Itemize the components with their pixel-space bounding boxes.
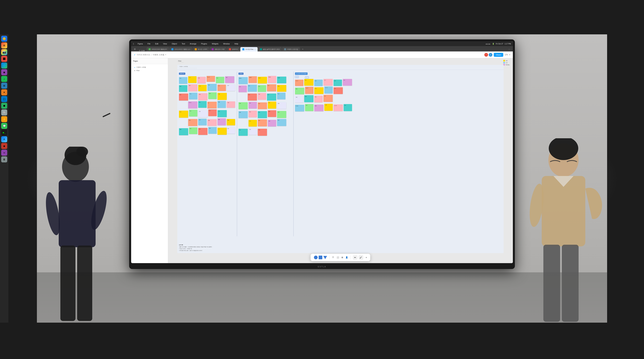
dock-app10[interactable]: ⬢ (1, 103, 7, 109)
sticky-note[interactable]: 분석 (304, 79, 314, 86)
dock-app12[interactable]: ⚡ (1, 116, 7, 122)
sticky-note[interactable]: 모니터 (324, 86, 333, 93)
sticky-note[interactable]: 패턴 (189, 127, 198, 134)
menu-figma[interactable]: Figma (137, 42, 144, 45)
tab-7[interactable]: 팔림 솔루전 클래우 2023 (258, 47, 282, 51)
sticky-note[interactable]: 변화 (277, 119, 286, 126)
sticky-note[interactable]: 데이터 (188, 101, 198, 108)
pen-tool-1[interactable]: ✏ (353, 255, 358, 260)
sticky-note[interactable]: 영향 (268, 120, 276, 127)
sticky-note[interactable]: 평가 (267, 93, 276, 101)
sticky-note[interactable]: 실행 (238, 111, 248, 118)
breadcrumb-root[interactable]: 다이사 파트너스 (137, 53, 150, 56)
sticky-note[interactable]: 검토 (258, 93, 266, 100)
sticky-note[interactable]: 내용 (198, 77, 206, 83)
sticky-note[interactable]: 절차 (227, 127, 235, 134)
dock-app8[interactable]: ✦ (1, 89, 7, 95)
sticky-note[interactable]: 부류 (198, 110, 208, 117)
sticky-note[interactable]: 보고 (324, 79, 333, 86)
tab-5[interactable]: 당화하인 (227, 47, 240, 51)
text-tool[interactable]: ·T· (332, 256, 334, 259)
pen-tool-2[interactable]: 🖊 (358, 255, 363, 260)
sticky-note[interactable]: 공유 (305, 104, 314, 111)
sticky-note[interactable]: 보완 (248, 128, 257, 135)
sticky-note[interactable]: 결과 (314, 80, 323, 86)
sticky-note[interactable]: 승인 (343, 79, 352, 86)
main-canvas-frame[interactable]: 이벤트 스트래밍 • • • • • • • • • • • • • • • 현… (177, 65, 504, 253)
breadcrumb-dropdown-icon[interactable]: ▾ (165, 54, 166, 55)
circle-tool[interactable] (314, 256, 318, 259)
dock-safari[interactable]: 🌐 (1, 62, 7, 68)
sticky-note[interactable]: 내용 (198, 85, 206, 91)
tab-close-icon[interactable]: ✕ (254, 49, 256, 50)
dock-appstore[interactable]: A (1, 136, 7, 142)
dock-app5[interactable]: ◉ (1, 69, 7, 75)
sticky-note[interactable]: 효과 (258, 119, 267, 126)
sticky-note[interactable]: 순서 (218, 128, 227, 135)
user-tool[interactable]: 👤 (346, 256, 348, 259)
sticky-note[interactable]: 요약 (218, 85, 226, 91)
dock-app11[interactable]: 🐘 (1, 109, 7, 115)
sticky-note[interactable]: 항목B (248, 76, 257, 83)
menu-view[interactable]: View (162, 42, 168, 45)
sticky-note[interactable]: 사항 (218, 93, 227, 100)
sticky-note[interactable]: 정보 (216, 77, 224, 83)
dock-photos[interactable]: 📷 (1, 49, 7, 55)
apple-icon[interactable]:  (133, 42, 134, 45)
menu-edit[interactable]: Edit (154, 42, 159, 45)
tab-1[interactable]: 파워포인트의 활용성이 (146, 47, 169, 51)
sticky-note[interactable]: 관리 (258, 111, 267, 118)
sticky-note[interactable]: 목표 (268, 102, 276, 109)
sticky-note[interactable]: 배포 (314, 87, 324, 94)
sticky-note[interactable]: 유지 (334, 87, 343, 94)
sticky-note[interactable]: 값 (208, 102, 217, 108)
sticky-note[interactable]: 비고 (208, 109, 217, 116)
sticky-note[interactable]: 조사 (277, 93, 286, 99)
sticky-note[interactable]: 요점 (179, 111, 188, 118)
sticky-note[interactable]: 운영 (248, 111, 257, 117)
dock-app3[interactable]: 🅰 (1, 56, 7, 62)
sticky-note[interactable]: 개발 (295, 88, 304, 94)
dock-app17[interactable]: ∞ (1, 150, 7, 156)
sticky-note[interactable]: 주요 (189, 93, 198, 99)
tab-2[interactable]: 오피스타의 디젤링 소스 (170, 47, 192, 51)
dock-app16[interactable]: ◉ (1, 143, 7, 149)
sticky-note[interactable]: 텍스트 (206, 76, 215, 82)
sticky-note[interactable]: 목록 (218, 101, 226, 108)
menu-widgets[interactable]: Widgets (211, 42, 220, 45)
sticky-note[interactable]: 전략 (248, 102, 257, 109)
sticky-note[interactable]: 데이터 (295, 80, 304, 86)
breadcrumb-current[interactable]: 이벤트 스트림 (153, 53, 164, 56)
sticky-note[interactable]: 반영 (344, 104, 352, 111)
dock-trash[interactable]: 🗑 (1, 156, 7, 162)
menu-plugins[interactable]: Plugins (200, 42, 208, 45)
sticky-note[interactable]: 해결 (277, 85, 286, 92)
more-tabs-button[interactable]: ··· (507, 47, 512, 51)
sticky-note[interactable]: 흐름 (179, 128, 188, 135)
sticky-note[interactable]: 분석 (227, 84, 235, 91)
sticky-note[interactable]: 수정 (258, 129, 267, 136)
sticky-note[interactable]: 항목D (268, 76, 276, 83)
tab-4[interactable]: 광림 공시 리뷰 (210, 47, 226, 51)
triangle-tool[interactable] (323, 256, 327, 259)
sticky-note[interactable]: 연결 (188, 119, 198, 126)
sticky-note[interactable]: 방향 (277, 102, 286, 109)
dock-app7[interactable]: ⊞ (1, 83, 7, 89)
tab-flow-active[interactable]: 타이턴 Flow ✕ (240, 47, 258, 51)
zoom-dropdown-icon[interactable]: ▾ (509, 54, 510, 56)
sticky-note[interactable]: 항목C (258, 77, 267, 83)
sticky-note[interactable]: 조치 (324, 95, 333, 102)
sticky-note[interactable]: 분석 (248, 93, 257, 101)
sticky-note[interactable]: 요인 (238, 85, 247, 92)
menu-text[interactable]: Text (180, 42, 186, 45)
table-tool[interactable]: ⊞ (342, 256, 343, 259)
figma-canvas[interactable]: HM List Weekly (168, 58, 513, 263)
dock-finder[interactable]: 😊 (1, 36, 7, 42)
menu-object[interactable]: Object (171, 42, 178, 45)
sticky-note[interactable]: 결과 (258, 85, 266, 92)
sticky-note[interactable]: 테스트 (305, 87, 314, 94)
sticky-note[interactable]: 항목 (208, 92, 217, 99)
dock-terminal[interactable]: ▶_ (1, 130, 7, 136)
dock-launchpad[interactable]: ⊞ (1, 42, 7, 48)
menu-arrange[interactable]: Arrange (189, 42, 198, 45)
